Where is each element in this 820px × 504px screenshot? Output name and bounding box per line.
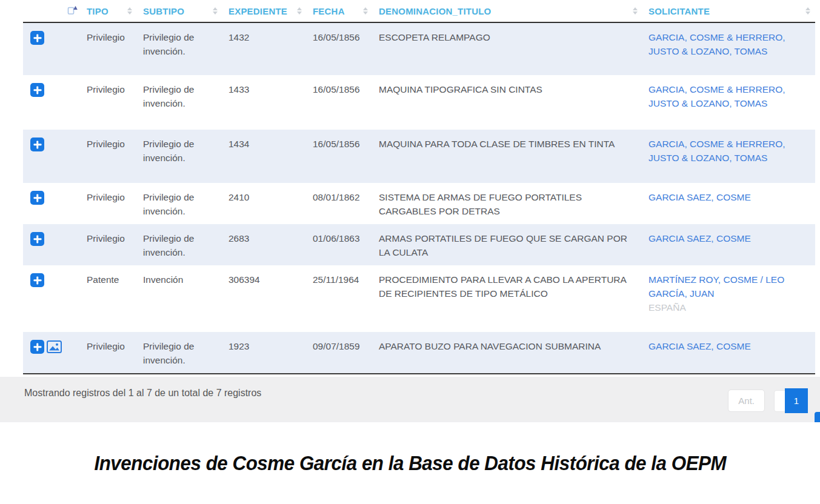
cell-titulo: APARATO BUZO PARA NAVEGACION SUBMARINA [373,332,642,373]
solicitante-country: ESPAÑA [648,300,809,314]
table-body: Privilegio Privilegio de invención. 1432… [23,23,815,374]
header-fecha[interactable]: FECHA [307,0,373,22]
cell-solicitante: GARCIA SAEZ, COSME [642,224,815,265]
sort-ascending-icon [67,4,78,18]
header-expediente[interactable]: EXPEDIENTE [222,0,307,22]
row-actions [23,23,81,75]
cell-expediente: 1433 [222,75,307,130]
sort-icon[interactable] [297,7,302,15]
cell-fecha: 16/05/1856 [307,130,373,183]
solicitante-link[interactable]: GARCIA SAEZ, COSME [648,339,809,353]
table-footer: Mostrando registros del 1 al 7 de un tot… [0,377,820,422]
page-1-button[interactable]: 1 [785,388,808,413]
pagination: Ant. 1 [728,390,807,412]
cell-fecha: 16/05/1856 [307,75,373,130]
header-tipo[interactable]: TIPO [81,0,137,22]
solicitante-link[interactable]: GARCIA, COSME & HERRERO, JUSTO & LOZANO,… [648,30,809,58]
cell-fecha: 16/05/1856 [307,23,373,75]
sort-icon[interactable] [127,7,132,15]
row-actions [23,183,81,224]
header-denominacion-titulo[interactable]: DENOMINACION_TITULO [373,0,642,22]
expand-row-button[interactable] [30,191,44,205]
row-actions [23,265,81,332]
cell-titulo: PROCEDIMIENTO PARA LLEVAR A CABO LA APER… [373,265,642,332]
expand-row-button[interactable] [30,83,44,97]
cell-fecha: 25/11/1964 [307,265,373,332]
cell-titulo: ESCOPETA RELAMPAGO [373,23,642,75]
cell-expediente: 1432 [222,23,307,75]
cell-tipo: Privilegio [81,130,137,183]
cell-expediente: 2410 [222,183,307,224]
cell-titulo: MAQUINA TIPOGRAFICA SIN CINTAS [373,75,642,130]
table-header: TIPO SUBTIPO EXPEDIENTE FECHA DENOMINACI… [23,0,815,23]
row-actions [23,332,81,373]
table-row: Privilegio Privilegio de invención. 2683… [23,224,815,265]
header-subtipo[interactable]: SUBTIPO [137,0,222,22]
table-row: Patente Invención 306394 25/11/1964 PROC… [23,265,815,332]
cell-tipo: Privilegio [81,75,137,130]
cell-tipo: Privilegio [81,224,137,265]
solicitante-link[interactable]: MARTÍNEZ ROY, COSME / LEO GARCÍA, JUAN [648,273,809,300]
cell-fecha: 01/06/1863 [307,224,373,265]
sort-icon[interactable] [213,7,218,15]
cell-solicitante: GARCIA, COSME & HERRERO, JUSTO & LOZANO,… [642,23,815,75]
expand-row-button[interactable] [30,340,44,354]
previous-page-button[interactable]: Ant. [728,390,765,412]
cell-subtipo: Privilegio de invención. [137,183,222,224]
row-actions [23,224,81,265]
records-summary: Mostrando registros del 1 al 7 de un tot… [24,388,261,399]
results-table: TIPO SUBTIPO EXPEDIENTE FECHA DENOMINACI… [23,0,815,374]
cell-tipo: Privilegio [81,23,137,75]
cell-expediente: 306394 [222,265,307,332]
cell-subtipo: Privilegio de invención. [137,75,222,130]
cell-solicitante: GARCIA, COSME & HERRERO, JUSTO & LOZANO,… [642,130,815,183]
table-row: Privilegio Privilegio de invención. 1432… [23,23,815,75]
solicitante-link[interactable]: GARCIA, COSME & HERRERO, JUSTO & LOZANO,… [648,82,809,110]
cell-subtipo: Privilegio de invención. [137,130,222,183]
cell-solicitante: MARTÍNEZ ROY, COSME / LEO GARCÍA, JUAN E… [642,265,815,332]
cell-subtipo: Privilegio de invención. [137,224,222,265]
solicitante-link[interactable]: GARCIA, COSME & HERRERO, JUSTO & LOZANO,… [648,137,809,165]
table-row: Privilegio Privilegio de invención. 2410… [23,183,815,224]
header-solicitante[interactable]: SOLICITANTE [642,0,815,22]
row-actions [23,75,81,130]
cell-solicitante: GARCIA, COSME & HERRERO, JUSTO & LOZANO,… [642,75,815,130]
table-row: Privilegio Privilegio de invención. 1923… [23,332,815,373]
cell-tipo: Privilegio [81,332,137,373]
sort-icon[interactable] [363,7,368,15]
table-row: Privilegio Privilegio de invención. 1434… [23,130,815,183]
page-list: 1 [774,390,807,412]
cell-expediente: 2683 [222,224,307,265]
cell-subtipo: Privilegio de invención. [137,23,222,75]
cell-tipo: Privilegio [81,183,137,224]
table-row: Privilegio Privilegio de invención. 1433… [23,75,815,130]
cell-tipo: Patente [81,265,137,332]
expand-row-button[interactable] [30,273,44,287]
expand-row-button[interactable] [30,138,44,151]
cell-titulo: ARMAS PORTATILES DE FUEGO QUE SE CARGAN … [373,224,642,265]
cell-subtipo: Invención [137,265,222,332]
caption-area: Invenciones de Cosme García en la Base d… [0,422,820,504]
solicitante-link[interactable]: GARCIA SAEZ, COSME [648,190,809,204]
cell-fecha: 08/01/1862 [307,183,373,224]
cell-solicitante: GARCIA SAEZ, COSME [642,332,815,373]
cell-titulo: MAQUINA PARA TODA CLASE DE TIMBRES EN TI… [373,130,642,183]
expand-row-button[interactable] [30,31,44,45]
results-page: TIPO SUBTIPO EXPEDIENTE FECHA DENOMINACI… [0,0,820,504]
header-expand-column[interactable] [23,0,81,22]
cell-fecha: 09/07/1859 [307,332,373,373]
sort-icon[interactable] [805,7,810,15]
cell-expediente: 1923 [222,332,307,373]
image-attachment-icon[interactable] [47,340,62,353]
cell-subtipo: Privilegio de invención. [137,332,222,373]
cell-solicitante: GARCIA SAEZ, COSME [642,183,815,224]
row-actions [23,130,81,183]
cell-expediente: 1434 [222,130,307,183]
solicitante-link[interactable]: GARCIA SAEZ, COSME [648,231,809,245]
expand-row-button[interactable] [30,232,44,246]
figure-caption: Invenciones de Cosme García en la Base d… [94,452,726,475]
sort-icon[interactable] [633,7,638,15]
cell-titulo: SISTEMA DE ARMAS DE FUEGO PORTATILES CAR… [373,183,642,224]
